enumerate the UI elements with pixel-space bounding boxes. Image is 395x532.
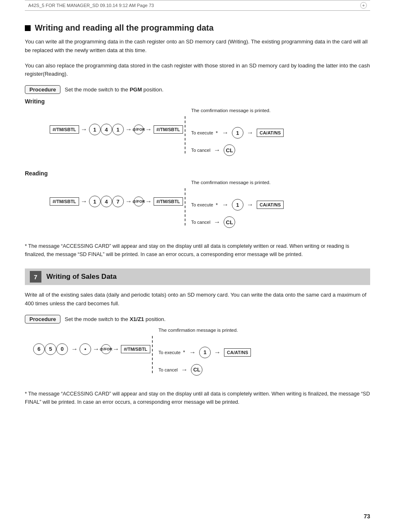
confirm-msg-s: The comfirmation message is printed. [159, 328, 251, 333]
dashed-sep-s [152, 328, 153, 373]
key-for-r1: @/FOR [134, 197, 144, 206]
key-1-w-exec: 1 [232, 127, 243, 139]
reading-execute-row: To execute * → 1 → CA/AT/NS [191, 199, 284, 211]
procedure-text-7: Set the mode switch to the X1/Z1 positio… [65, 316, 166, 322]
writing-label: Writing [25, 98, 370, 105]
dashed-sep-w [185, 108, 185, 153]
reading-left-flow: #/TM/SBTL → 1 4 7 → @/FOR → #/TM/SBTL [50, 196, 183, 207]
arrow-r4: → [222, 201, 229, 208]
writing-diagram: #/TM/SBTL → 1 4 1 → @/FOR → #/TM/SBTL Th… [50, 108, 370, 162]
sales-right-section: The comfirmation message is printed. To … [154, 328, 251, 376]
page: A42S_5 FOR THE MANAGER_SD 09.10.14 9:12 … [0, 0, 395, 532]
crosshair-icon: + [360, 2, 367, 9]
writing-right-section: The comfirmation message is printed. To … [187, 108, 284, 156]
key-bullet-s: • [79, 343, 91, 355]
reading-diagram: #/TM/SBTL → 1 4 7 → @/FOR → #/TM/SBTL Th… [50, 180, 370, 234]
writing-left-flow: #/TM/SBTL → 1 4 1 → @/FOR → #/TM/SBTL [50, 124, 183, 135]
star-w: * [216, 130, 218, 136]
arrow-s4: → [189, 349, 196, 356]
key-6-s: 6 [33, 343, 45, 355]
key-tmSbtl-w2: #/TM/SBTL [154, 125, 183, 134]
page-number: 73 [364, 513, 370, 520]
arrow-w1: → [81, 126, 87, 133]
section7-number: 7 [30, 271, 41, 283]
dashed-sep-r [185, 180, 185, 225]
sales-cancel-row: To cancel → CL [159, 364, 251, 376]
key-caatns-r: CA/AT/NS [257, 201, 284, 209]
arrow-r6: → [214, 218, 220, 226]
key-caatns-s: CA/AT/NS [224, 348, 251, 357]
black-square-icon [25, 25, 31, 31]
section1-body1: You can write all the programming data i… [25, 38, 370, 55]
procedure-line-1: Procedure Set the mode switch to the PGM… [25, 85, 370, 94]
reading-right-section: The comfirmation message is printed. To … [187, 180, 284, 228]
key-1-r1: 1 [89, 196, 101, 207]
section7-bar: 7 Writing of Sales Data [25, 268, 370, 285]
section1-title: Writing and reading all the programming … [25, 23, 370, 33]
header-bar: A42S_5 FOR THE MANAGER_SD 09.10.14 9:12 … [25, 0, 370, 11]
reading-cancel-row: To cancel → CL [191, 216, 284, 228]
arrow-w4: → [222, 129, 229, 137]
key-tmSbtl-w1: #/TM/SBTL [50, 125, 79, 134]
arrow-w3: → [145, 126, 152, 133]
key-cl-r: CL [224, 216, 235, 228]
arrow-w5: → [247, 129, 253, 137]
key-tmSbtl-r1: #/TM/SBTL [50, 197, 79, 206]
arrow-s3: → [113, 345, 119, 353]
confirm-msg-w: The comfirmation message is printed. [191, 108, 284, 113]
arrow-s5: → [214, 349, 221, 356]
section7-body: Write all of the existing sales data (da… [25, 291, 370, 308]
sales-diagram: 6 5 0 → • → @/FOR → #/TM/SBTL The comfir… [33, 328, 370, 381]
arrow-s1: → [71, 345, 78, 353]
section7-footnote: * The message “ACCESSING CARD” will appe… [25, 390, 370, 406]
confirm-msg-r: The comfirmation message is printed. [191, 180, 284, 185]
key-4-w1: 4 [101, 124, 112, 135]
section7-title: Writing of Sales Data [46, 273, 117, 281]
arrow-r2: → [125, 198, 132, 205]
sales-execute-row: To execute * → 1 → CA/AT/NS [159, 347, 251, 358]
key-0-s: 0 [56, 343, 68, 355]
procedure-badge-7: Procedure [25, 315, 60, 324]
procedure-badge-1: Procedure [25, 85, 60, 94]
sales-left-flow: 6 5 0 → • → @/FOR → #/TM/SBTL [33, 343, 150, 355]
key-caatns-w: CA/AT/NS [257, 129, 284, 137]
key-4-r1: 4 [101, 196, 112, 207]
section1-footnote: * The message “ACCESSING CARD” will appe… [25, 242, 370, 259]
key-tmSbtl-r2: #/TM/SBTL [154, 197, 183, 206]
arrow-w6: → [214, 146, 220, 154]
key-cl-s: CL [191, 364, 202, 376]
section1-body2: You can also replace the programming dat… [25, 62, 370, 79]
star-r: * [216, 202, 218, 208]
star-s: * [183, 349, 185, 355]
procedure-line-7: Procedure Set the mode switch to the X1/… [25, 315, 370, 324]
key-cl-w: CL [224, 144, 235, 156]
key-for-w1: @/FOR [134, 125, 144, 134]
arrow-s2: → [93, 345, 99, 353]
arrow-r5: → [247, 201, 253, 208]
writing-cancel-row: To cancel → CL [191, 144, 284, 156]
key-tmSbtl-s: #/TM/SBTL [121, 345, 150, 353]
writing-execute-row: To execute * → 1 → CA/AT/NS [191, 127, 284, 139]
arrow-w2: → [125, 126, 132, 133]
key-1-s-exec: 1 [199, 347, 211, 358]
reading-label: Reading [25, 170, 370, 177]
arrow-r1: → [81, 198, 87, 205]
key-for-s: @/FOR [101, 344, 111, 354]
arrow-s6: → [181, 366, 188, 374]
key-1b-w1: 1 [112, 124, 124, 135]
key-7-r1: 7 [112, 196, 124, 207]
key-1-w1: 1 [89, 124, 101, 135]
header-text: A42S_5 FOR THE MANAGER_SD 09.10.14 9:12 … [28, 3, 154, 8]
arrow-r3: → [145, 198, 152, 205]
key-5-s: 5 [45, 343, 56, 355]
key-1-r-exec: 1 [232, 199, 243, 211]
procedure-text-1: Set the mode switch to the PGM position. [65, 86, 163, 93]
